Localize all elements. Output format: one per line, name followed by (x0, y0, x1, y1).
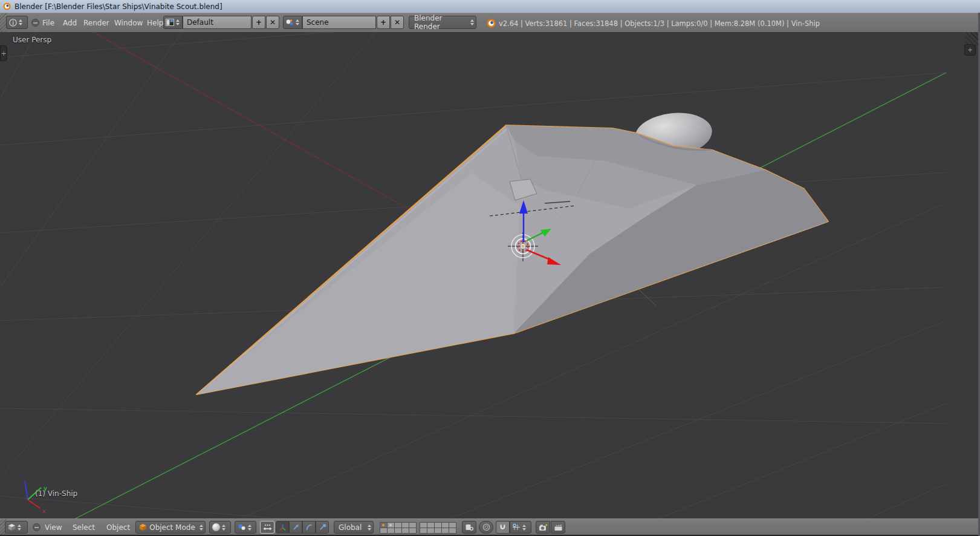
blender-logo-icon (3, 2, 11, 10)
opengl-render-image-button[interactable]: ✦ (536, 521, 550, 534)
orientation-value: Global (339, 523, 362, 532)
screen-layout-value: Default (187, 18, 213, 27)
screen-layout-field[interactable]: Default (183, 16, 251, 29)
layer-toggle[interactable] (449, 528, 456, 534)
menu-object[interactable]: Object (106, 523, 130, 532)
window-title: Blender [F:\Blender Files\Star Ships\Vin… (15, 2, 222, 11)
snap-toggle[interactable] (496, 521, 510, 534)
snap-increment-icon (512, 523, 521, 531)
scale-icon (319, 523, 326, 531)
manipulator-scale-toggle[interactable] (316, 521, 329, 534)
properties-expand-tab[interactable]: + (964, 44, 976, 56)
menu-window[interactable]: Window (114, 19, 143, 27)
lock-icon (465, 523, 473, 531)
collapse-menus-button[interactable] (33, 523, 41, 531)
area-corner-grip[interactable] (965, 32, 979, 45)
snap-arrows-icon (522, 525, 526, 531)
render-engine-dropdown[interactable]: Blender Render (409, 16, 476, 29)
add-scene-button[interactable]: + (377, 16, 390, 29)
toolbar-expand-tab[interactable]: + (0, 45, 7, 61)
pivot-arrows-icon (248, 525, 251, 531)
shading-arrows-icon (222, 525, 226, 531)
plus-icon: + (256, 18, 262, 27)
viewport-canvas: y x (0, 32, 980, 518)
gizmo-x-label: x (42, 508, 46, 514)
rotate-arc-icon (305, 523, 313, 531)
scene-value: Scene (307, 18, 329, 27)
menu-add[interactable]: Add (63, 19, 77, 27)
mode-value: Object Mode (149, 523, 195, 532)
titlebar[interactable]: Blender [F:\Blender Files\Star Ships\Vin… (0, 0, 980, 13)
info-icon (9, 19, 17, 27)
proportional-circle-icon (482, 523, 490, 531)
manipulator-rotate-toggle[interactable] (302, 521, 316, 534)
3d-viewport-icon (8, 523, 16, 531)
screen-layout-icon (166, 19, 174, 26)
cursor-center (521, 244, 525, 249)
info-header: File Add Render Window Help Default + ✕ (0, 13, 980, 33)
menu-file[interactable]: File (42, 19, 54, 27)
editor-type-button[interactable] (6, 16, 28, 29)
translate-axis-tripod-icon (279, 523, 287, 531)
delete-layout-button[interactable]: ✕ (266, 16, 279, 29)
menu-render[interactable]: Render (83, 19, 109, 27)
hull-face (196, 173, 520, 394)
camera-star-icon: ✦ (539, 523, 548, 531)
render-engine-value: Blender Render (414, 14, 469, 31)
delete-scene-button[interactable]: ✕ (391, 16, 404, 29)
menu-select[interactable]: Select (73, 523, 95, 532)
blender-window: Blender [F:\Blender Files\Star Ships\Vin… (0, 0, 980, 536)
mode-arrows-icon (200, 525, 203, 531)
plus-icon: + (967, 46, 973, 54)
pivot-median-icon (238, 523, 246, 531)
snap-element-dropdown[interactable] (510, 521, 531, 534)
close-icon: ✕ (270, 18, 276, 27)
manipulator-translate-toggle[interactable] (276, 521, 289, 534)
layout-browse-arrows-icon (176, 19, 180, 25)
orientation-arrows-icon (368, 525, 371, 531)
manipulator-translate-icon-button[interactable] (289, 521, 302, 534)
active-object-label: (1) Vin-Ship (35, 489, 77, 498)
proportional-edit-dropdown[interactable] (479, 521, 493, 534)
layer-has-objects-dot (389, 524, 392, 526)
editor-type-button[interactable] (5, 521, 28, 534)
screen-layout-icon-button[interactable] (163, 16, 183, 29)
close-icon: ✕ (394, 18, 400, 27)
svg-text:✦: ✦ (545, 523, 548, 527)
editor-type-arrows-icon (19, 19, 22, 25)
plus-icon: + (1, 50, 6, 57)
add-layout-button[interactable]: + (252, 16, 265, 29)
mode-dropdown[interactable]: Object Mode (135, 521, 206, 534)
scene-icon (285, 19, 294, 26)
menu-help[interactable]: Help (147, 19, 163, 27)
collapse-menus-button[interactable] (31, 19, 39, 27)
translate-arrow-icon (292, 523, 300, 531)
object-mode-cube-icon (139, 523, 147, 531)
scene-icon-button[interactable] (283, 16, 302, 29)
shading-sphere-icon (212, 523, 220, 531)
view-mode-label: User Persp (13, 36, 51, 44)
pivot-point-dropdown[interactable] (235, 521, 256, 534)
viewport-shading-dropdown[interactable] (209, 521, 231, 534)
active-layer-dot (382, 524, 385, 526)
transform-orientation-dropdown[interactable]: Global (334, 521, 374, 534)
lock-to-scene-toggle[interactable] (462, 521, 476, 534)
engine-arrows-icon (470, 19, 474, 25)
center-points-arrows-icon (263, 524, 272, 531)
scene-field[interactable]: Scene (302, 16, 376, 29)
viewport-3d[interactable]: y x User Persp (1) Vin-Ship + + (0, 32, 980, 518)
ship-model[interactable] (196, 125, 828, 394)
menu-view[interactable]: View (45, 523, 62, 532)
scene-browse-arrows-icon (296, 19, 299, 25)
manipulate-center-points-toggle[interactable] (260, 521, 274, 534)
magnet-icon (499, 523, 507, 531)
layer-toggle[interactable] (409, 528, 417, 534)
layers-widget (380, 522, 416, 533)
editor-type-arrows-icon (18, 525, 21, 531)
status-stats: v2.64 | Verts:31861 | Faces:31848 | Obje… (487, 19, 820, 28)
stats-text: v2.64 | Verts:31861 | Faces:31848 | Obje… (499, 19, 820, 28)
opengl-render-animation-button[interactable] (551, 521, 565, 534)
viewport-header: View Select Object Object Mode (0, 518, 980, 536)
x-axis-line (93, 32, 409, 209)
clapperboard-icon (554, 523, 563, 531)
